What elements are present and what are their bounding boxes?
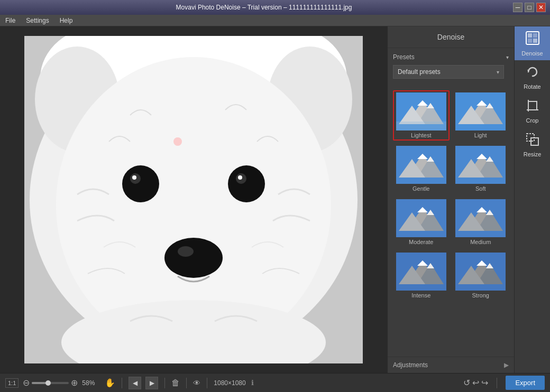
svg-rect-73 — [528, 101, 537, 110]
preset-thumb-intense — [396, 253, 446, 291]
tool-resize-label: Resize — [524, 151, 542, 157]
svg-point-13 — [238, 175, 242, 180]
preset-lightest[interactable]: Lightest — [393, 90, 450, 141]
preset-thumb-medium — [455, 199, 506, 237]
denoise-panel: Denoise Presets ▾ Default presets ▾ — [387, 26, 514, 373]
presets-arrow-icon: ▾ — [506, 54, 509, 60]
denoise-icon — [525, 31, 540, 48]
preset-thumb-gentle — [396, 146, 446, 184]
zoom-ratio-button[interactable]: 1:1 — [5, 378, 19, 388]
svg-point-8 — [122, 165, 159, 202]
export-button[interactable]: Export — [506, 376, 545, 390]
separator-3 — [186, 378, 187, 388]
menu-settings[interactable]: Settings — [24, 16, 51, 25]
denoise-title: Denoise — [388, 26, 514, 48]
adjustments-arrow-icon: ▶ — [504, 361, 509, 369]
crop-icon — [526, 99, 539, 115]
tools-sidebar: Denoise Rotate — [514, 26, 550, 373]
separator-5 — [497, 378, 497, 388]
svg-point-15 — [178, 246, 194, 257]
preset-thumb-light — [455, 92, 506, 130]
minimize-button[interactable]: ─ — [513, 3, 522, 12]
preset-label-medium: Medium — [470, 239, 491, 245]
zoom-out-button[interactable]: ⊖ — [23, 378, 30, 388]
svg-rect-71 — [533, 39, 537, 43]
main-image — [24, 36, 363, 363]
tool-resize[interactable]: Resize — [515, 128, 551, 162]
preset-grid: Lightest Light — [388, 88, 514, 303]
rotate-ccw-button[interactable]: ↺ — [463, 378, 470, 388]
preset-label-lightest: Lightest — [411, 132, 432, 138]
tool-crop-label: Crop — [526, 117, 539, 124]
menubar: File Settings Help — [0, 15, 550, 26]
right-section: Denoise Presets ▾ Default presets ▾ — [387, 26, 550, 373]
separator-4 — [207, 378, 207, 388]
svg-point-9 — [228, 165, 265, 202]
tool-rotate-label: Rotate — [524, 83, 540, 90]
titlebar-controls[interactable]: ─ □ ✕ — [513, 3, 546, 12]
svg-rect-24 — [396, 122, 446, 130]
svg-point-12 — [132, 175, 136, 180]
rotate-icon — [526, 65, 539, 81]
info-button[interactable]: ℹ — [251, 379, 254, 387]
tool-denoise[interactable]: Denoise — [515, 26, 551, 60]
main-content: Denoise Presets ▾ Default presets ▾ — [0, 26, 550, 373]
zoom-controls: ⊖ ⊕ — [23, 378, 78, 388]
preset-moderate[interactable]: Moderate — [393, 197, 450, 247]
zoom-slider-thumb — [45, 380, 51, 386]
menu-file[interactable]: File — [3, 16, 17, 25]
preset-thumb-strong — [455, 253, 506, 291]
preset-thumb-moderate — [396, 199, 446, 237]
preset-intense[interactable]: Intense — [393, 250, 450, 301]
presets-label: Presets — [393, 53, 415, 61]
preset-soft[interactable]: Soft — [453, 144, 509, 194]
svg-rect-69 — [533, 33, 537, 38]
dropdown-arrow-icon: ▾ — [497, 69, 499, 75]
preset-label-moderate: Moderate — [409, 239, 433, 245]
separator-2 — [164, 378, 165, 388]
preset-label-soft: Soft — [475, 185, 486, 192]
undo-button[interactable]: ↩ — [472, 378, 479, 388]
statusbar: 1:1 ⊖ ⊕ 58% ✋ ◀ ▶ 🗑 👁 1080×1080 ℹ ↺ ↩ ↪ … — [0, 373, 550, 392]
zoom-slider[interactable] — [32, 382, 69, 384]
presets-section: Presets ▾ Default presets ▾ — [388, 48, 514, 88]
preset-label-intense: Intense — [411, 292, 430, 298]
maximize-button[interactable]: □ — [525, 3, 534, 12]
hand-tool-button[interactable]: ✋ — [105, 378, 115, 388]
zoom-slider-fill — [32, 382, 47, 384]
adjustments-label: Adjustments — [393, 361, 428, 369]
tool-denoise-label: Denoise — [521, 50, 543, 57]
titlebar-title: Movavi Photo DeNoise – Trial version – 1… — [15, 4, 513, 11]
svg-rect-70 — [528, 39, 532, 43]
tool-crop[interactable]: Crop — [515, 94, 551, 128]
next-image-button[interactable]: ▶ — [145, 377, 158, 389]
delete-button[interactable]: 🗑 — [171, 378, 180, 388]
dropdown-value: Default presets — [398, 68, 441, 76]
titlebar: Movavi Photo DeNoise – Trial version – 1… — [0, 0, 550, 15]
svg-rect-68 — [528, 33, 532, 38]
image-dimensions: 1080×1080 — [214, 379, 245, 387]
preview-button[interactable]: 👁 — [193, 379, 200, 387]
prev-image-button[interactable]: ◀ — [129, 377, 141, 389]
presets-dropdown[interactable]: Default presets ▾ — [393, 65, 504, 79]
preset-light[interactable]: Light — [453, 90, 509, 141]
zoom-in-button[interactable]: ⊕ — [71, 378, 78, 388]
preset-medium[interactable]: Medium — [453, 197, 509, 247]
rotate-buttons: ↺ ↩ ↪ — [463, 378, 488, 388]
menu-help[interactable]: Help — [58, 16, 75, 25]
close-button[interactable]: ✕ — [536, 3, 546, 12]
svg-point-14 — [164, 238, 223, 278]
redo-button[interactable]: ↪ — [481, 378, 488, 388]
preset-gentle[interactable]: Gentle — [393, 144, 450, 194]
image-area — [0, 26, 387, 373]
preset-label-strong: Strong — [472, 292, 489, 298]
zoom-percent: 58% — [82, 379, 100, 387]
svg-point-16 — [173, 137, 182, 146]
tool-rotate[interactable]: Rotate — [515, 60, 551, 94]
preset-strong[interactable]: Strong — [453, 250, 509, 301]
preset-thumb-lightest — [396, 92, 446, 130]
separator-1 — [122, 378, 122, 388]
preset-label-gentle: Gentle — [412, 185, 429, 192]
resize-icon — [526, 133, 539, 149]
adjustments-row[interactable]: Adjustments ▶ — [388, 357, 514, 373]
